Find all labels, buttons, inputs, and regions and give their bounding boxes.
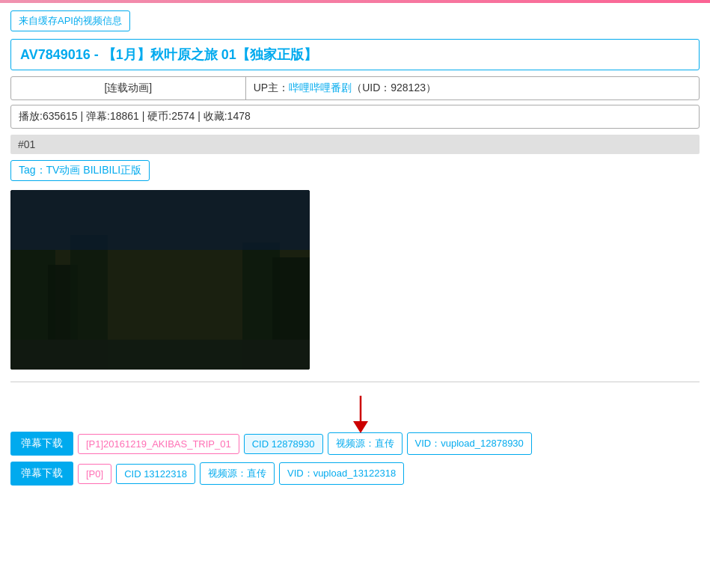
stats-row: 播放:635615 | 弹幕:18861 | 硬币:2574 | 收藏:1478 [10,105,700,129]
video-title: AV7849016 - 【1月】秋叶原之旅 01【独家正版】 [10,39,700,70]
thumbnail-placeholder: 秋葉原 [10,190,310,370]
danmaku-download-btn-2[interactable]: 弹幕下载 [10,462,73,486]
cid-badge-2[interactable]: CID 13122318 [116,464,195,484]
uploader-label: UP主： [254,82,289,94]
arrow-icon [346,394,376,435]
meta-row: [连载动画] UP主：哔哩哔哩番剧（UID：928123） [10,76,700,100]
page-container: 来自缓存API的视频信息 AV7849016 - 【1月】秋叶原之旅 01【独家… [0,3,710,499]
uploader-name[interactable]: 哔哩哔哩番剧 [289,82,352,94]
svg-marker-9 [353,421,368,433]
p0-badge[interactable]: [P0] [78,464,111,484]
video-uploader: UP主：哔哩哔哩番剧（UID：928123） [246,77,699,99]
arrow-area [10,394,700,439]
episode-label: #01 [10,135,700,154]
svg-rect-6 [10,190,310,250]
video-type: [连载动画] [11,77,246,99]
tag-box: Tag：TV动画 BILIBILI正版 [10,160,150,181]
thumbnail-bg-svg [10,190,310,370]
vid-badge-2: VID：vupload_13122318 [279,462,404,485]
download-row-2: 弹幕下载 [P0] CID 13122318 视频源：直传 VID：vuploa… [10,462,700,486]
svg-rect-7 [10,340,310,370]
divider [10,382,700,382]
uploader-uid: （UID：928123） [352,82,436,94]
video-thumbnail: 秋葉原 [10,190,310,370]
source-badge-2: 视频源：直传 [200,462,275,485]
cached-api-badge[interactable]: 来自缓存API的视频信息 [10,10,130,31]
